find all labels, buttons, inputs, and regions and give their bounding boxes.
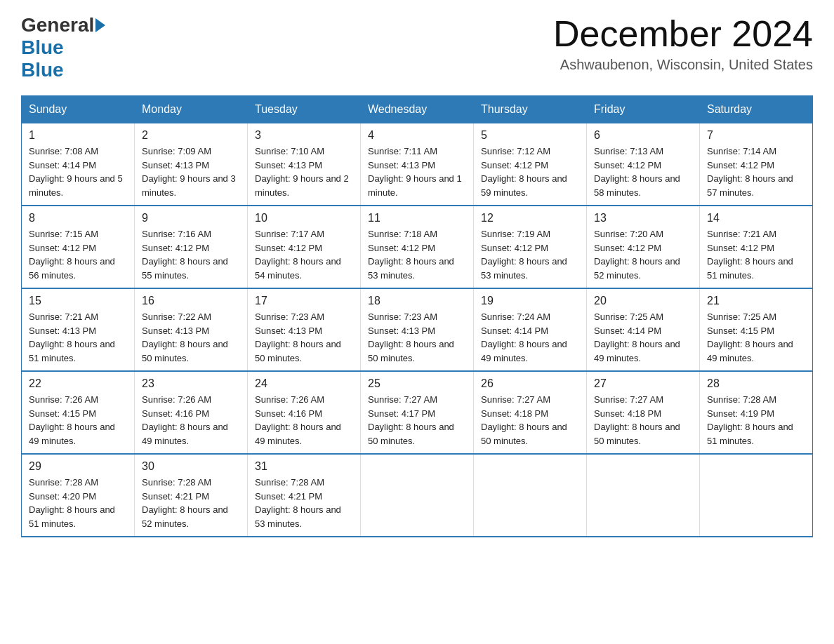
day-number: 23: [142, 377, 240, 390]
day-number: 30: [142, 460, 240, 473]
table-row: 6Sunrise: 7:13 AMSunset: 4:12 PMDaylight…: [587, 123, 700, 206]
day-info: Sunrise: 7:22 AMSunset: 4:13 PMDaylight:…: [142, 310, 240, 365]
month-year-title: December 2024: [553, 14, 813, 54]
day-info: Sunrise: 7:21 AMSunset: 4:13 PMDaylight:…: [29, 310, 127, 365]
logo-blue-text: Blue: [21, 59, 64, 81]
day-info: Sunrise: 7:27 AMSunset: 4:18 PMDaylight:…: [594, 393, 692, 448]
day-number: 19: [481, 295, 579, 307]
calendar-table: Sunday Monday Tuesday Wednesday Thursday…: [21, 95, 813, 537]
table-row: 9Sunrise: 7:16 AMSunset: 4:12 PMDaylight…: [135, 206, 248, 288]
day-number: 14: [707, 212, 805, 224]
day-info: Sunrise: 7:14 AMSunset: 4:12 PMDaylight:…: [707, 145, 805, 199]
day-info: Sunrise: 7:15 AMSunset: 4:12 PMDaylight:…: [29, 227, 127, 282]
table-row: 31Sunrise: 7:28 AMSunset: 4:21 PMDayligh…: [248, 454, 361, 537]
col-thursday: Thursday: [474, 96, 587, 123]
day-number: 27: [594, 377, 692, 390]
table-row: 13Sunrise: 7:20 AMSunset: 4:12 PMDayligh…: [587, 206, 700, 288]
table-row: 11Sunrise: 7:18 AMSunset: 4:12 PMDayligh…: [361, 206, 474, 288]
day-info: Sunrise: 7:19 AMSunset: 4:12 PMDaylight:…: [481, 227, 579, 282]
logo-general-text: General: [21, 14, 94, 36]
day-number: 15: [29, 295, 127, 307]
table-row: 4Sunrise: 7:11 AMSunset: 4:13 PMDaylight…: [361, 123, 474, 206]
table-row: 24Sunrise: 7:26 AMSunset: 4:16 PMDayligh…: [248, 371, 361, 454]
day-number: 29: [29, 460, 127, 473]
day-info: Sunrise: 7:21 AMSunset: 4:12 PMDaylight:…: [707, 227, 805, 282]
calendar-header-row: Sunday Monday Tuesday Wednesday Thursday…: [22, 96, 813, 123]
table-row: 20Sunrise: 7:25 AMSunset: 4:14 PMDayligh…: [587, 288, 700, 371]
table-row: 25Sunrise: 7:27 AMSunset: 4:17 PMDayligh…: [361, 371, 474, 454]
day-info: Sunrise: 7:12 AMSunset: 4:12 PMDaylight:…: [481, 145, 579, 199]
day-number: 1: [29, 129, 127, 142]
day-info: Sunrise: 7:09 AMSunset: 4:13 PMDaylight:…: [142, 145, 240, 199]
logo: General Blue Blue: [21, 14, 107, 81]
table-row: 28Sunrise: 7:28 AMSunset: 4:19 PMDayligh…: [700, 371, 813, 454]
day-info: Sunrise: 7:26 AMSunset: 4:16 PMDaylight:…: [142, 393, 240, 448]
day-number: 8: [29, 212, 127, 224]
calendar-week-row: 1Sunrise: 7:08 AMSunset: 4:14 PMDaylight…: [22, 123, 813, 206]
day-number: 18: [368, 295, 466, 307]
col-saturday: Saturday: [700, 96, 813, 123]
calendar-week-row: 22Sunrise: 7:26 AMSunset: 4:15 PMDayligh…: [22, 371, 813, 454]
table-row: 16Sunrise: 7:22 AMSunset: 4:13 PMDayligh…: [135, 288, 248, 371]
table-row: 12Sunrise: 7:19 AMSunset: 4:12 PMDayligh…: [474, 206, 587, 288]
table-row: 23Sunrise: 7:26 AMSunset: 4:16 PMDayligh…: [135, 371, 248, 454]
table-row: 30Sunrise: 7:28 AMSunset: 4:21 PMDayligh…: [135, 454, 248, 537]
day-number: 17: [255, 295, 353, 307]
col-friday: Friday: [587, 96, 700, 123]
table-row: 7Sunrise: 7:14 AMSunset: 4:12 PMDaylight…: [700, 123, 813, 206]
logo-arrow-icon: [95, 18, 105, 32]
location-subtitle: Ashwaubenon, Wisconsin, United States: [553, 57, 813, 73]
day-info: Sunrise: 7:25 AMSunset: 4:14 PMDaylight:…: [594, 310, 692, 365]
day-number: 31: [255, 460, 353, 473]
day-info: Sunrise: 7:23 AMSunset: 4:13 PMDaylight:…: [255, 310, 353, 365]
day-info: Sunrise: 7:10 AMSunset: 4:13 PMDaylight:…: [255, 145, 353, 199]
day-number: 2: [142, 129, 240, 142]
day-number: 13: [594, 212, 692, 224]
day-info: Sunrise: 7:28 AMSunset: 4:20 PMDaylight:…: [29, 476, 127, 530]
day-number: 24: [255, 377, 353, 390]
table-row: 22Sunrise: 7:26 AMSunset: 4:15 PMDayligh…: [22, 371, 135, 454]
page-header: General Blue Blue December 2024 Ashwaube…: [21, 14, 813, 81]
day-info: Sunrise: 7:08 AMSunset: 4:14 PMDaylight:…: [29, 145, 127, 199]
calendar-week-row: 15Sunrise: 7:21 AMSunset: 4:13 PMDayligh…: [22, 288, 813, 371]
calendar-week-row: 29Sunrise: 7:28 AMSunset: 4:20 PMDayligh…: [22, 454, 813, 537]
day-number: 12: [481, 212, 579, 224]
day-info: Sunrise: 7:16 AMSunset: 4:12 PMDaylight:…: [142, 227, 240, 282]
day-number: 5: [481, 129, 579, 142]
table-row: 3Sunrise: 7:10 AMSunset: 4:13 PMDaylight…: [248, 123, 361, 206]
day-info: Sunrise: 7:18 AMSunset: 4:12 PMDaylight:…: [368, 227, 466, 282]
calendar-week-row: 8Sunrise: 7:15 AMSunset: 4:12 PMDaylight…: [22, 206, 813, 288]
day-number: 6: [594, 129, 692, 142]
day-number: 20: [594, 295, 692, 307]
logo-blue-text: Blue: [21, 36, 64, 58]
day-number: 10: [255, 212, 353, 224]
day-info: Sunrise: 7:11 AMSunset: 4:13 PMDaylight:…: [368, 145, 466, 199]
table-row: 27Sunrise: 7:27 AMSunset: 4:18 PMDayligh…: [587, 371, 700, 454]
day-info: Sunrise: 7:26 AMSunset: 4:16 PMDaylight:…: [255, 393, 353, 448]
day-number: 22: [29, 377, 127, 390]
table-row: 14Sunrise: 7:21 AMSunset: 4:12 PMDayligh…: [700, 206, 813, 288]
day-info: Sunrise: 7:13 AMSunset: 4:12 PMDaylight:…: [594, 145, 692, 199]
table-row: 5Sunrise: 7:12 AMSunset: 4:12 PMDaylight…: [474, 123, 587, 206]
col-sunday: Sunday: [22, 96, 135, 123]
table-row: [700, 454, 813, 537]
table-row: 10Sunrise: 7:17 AMSunset: 4:12 PMDayligh…: [248, 206, 361, 288]
col-monday: Monday: [135, 96, 248, 123]
day-info: Sunrise: 7:27 AMSunset: 4:18 PMDaylight:…: [481, 393, 579, 448]
day-info: Sunrise: 7:17 AMSunset: 4:12 PMDaylight:…: [255, 227, 353, 282]
table-row: 15Sunrise: 7:21 AMSunset: 4:13 PMDayligh…: [22, 288, 135, 371]
table-row: 2Sunrise: 7:09 AMSunset: 4:13 PMDaylight…: [135, 123, 248, 206]
table-row: 19Sunrise: 7:24 AMSunset: 4:14 PMDayligh…: [474, 288, 587, 371]
day-info: Sunrise: 7:28 AMSunset: 4:21 PMDaylight:…: [142, 476, 240, 530]
col-tuesday: Tuesday: [248, 96, 361, 123]
table-row: 26Sunrise: 7:27 AMSunset: 4:18 PMDayligh…: [474, 371, 587, 454]
day-info: Sunrise: 7:27 AMSunset: 4:17 PMDaylight:…: [368, 393, 466, 448]
day-info: Sunrise: 7:26 AMSunset: 4:15 PMDaylight:…: [29, 393, 127, 448]
table-row: [587, 454, 700, 537]
day-info: Sunrise: 7:24 AMSunset: 4:14 PMDaylight:…: [481, 310, 579, 365]
table-row: 8Sunrise: 7:15 AMSunset: 4:12 PMDaylight…: [22, 206, 135, 288]
day-number: 25: [368, 377, 466, 390]
table-row: 29Sunrise: 7:28 AMSunset: 4:20 PMDayligh…: [22, 454, 135, 537]
day-info: Sunrise: 7:23 AMSunset: 4:13 PMDaylight:…: [368, 310, 466, 365]
table-row: [361, 454, 474, 537]
